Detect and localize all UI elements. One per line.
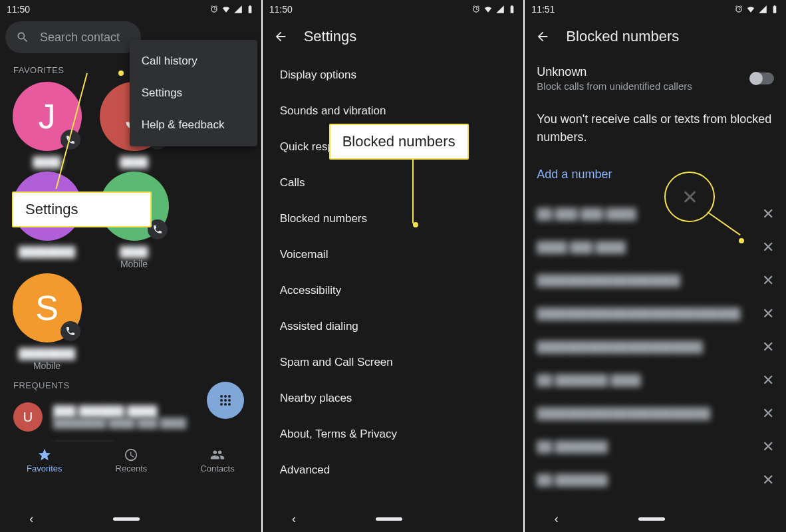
callout-dot: [118, 70, 124, 76]
bottom-tabs: Favorites Recents Contacts: [0, 442, 261, 479]
nav-back-icon[interactable]: ‹: [555, 512, 559, 526]
signal-icon: [495, 5, 505, 14]
app-header: Settings: [263, 19, 524, 55]
status-bar: 11:51: [525, 0, 786, 19]
back-arrow-icon[interactable]: [535, 29, 550, 44]
remove-icon[interactable]: ✕: [762, 372, 774, 389]
alarm-icon: [209, 5, 219, 14]
nav-home-pill[interactable]: [638, 517, 665, 521]
search-icon: [16, 31, 29, 44]
tab-recents[interactable]: Recents: [116, 448, 148, 473]
status-icons: [471, 5, 517, 14]
nav-bar: ‹: [525, 505, 786, 532]
info-text: You won't receive calls or texts from bl…: [525, 102, 786, 152]
page-title: Settings: [304, 28, 357, 45]
blocked-row: ███████████████████✕: [525, 264, 786, 297]
wifi-icon: [483, 5, 493, 14]
alarm-icon: [471, 5, 481, 14]
nav-bar: ‹: [0, 505, 261, 532]
blocked-row: ████ ███ ████✕: [525, 231, 786, 264]
remove-icon[interactable]: ✕: [762, 471, 774, 489]
settings-list: Display options Sounds and vibration Qui…: [263, 55, 524, 491]
wifi-icon: [746, 5, 755, 14]
callout-line: [412, 158, 414, 223]
phone-screen-3: 11:51 Blocked numbers Unknown Block call…: [525, 0, 786, 532]
settings-item-voicemail[interactable]: Voicemail: [263, 237, 524, 273]
callout-blocked-numbers: Blocked numbers: [329, 124, 469, 160]
phone-badge-icon: [61, 321, 80, 341]
remove-icon[interactable]: ✕: [762, 272, 774, 289]
svg-point-2: [228, 395, 231, 398]
callout-settings: Settings: [12, 192, 152, 227]
blocked-row: ██████████████████████✕: [525, 331, 786, 364]
clock: 11:50: [7, 4, 30, 15]
callout-dot: [413, 222, 418, 227]
back-arrow-icon[interactable]: [273, 29, 288, 44]
unknown-toggle-row: Unknown Block calls from unidentified ca…: [525, 55, 786, 102]
favorite-contact[interactable]: S ████████ Mobile: [5, 273, 88, 371]
svg-point-0: [220, 395, 223, 398]
remove-icon[interactable]: ✕: [762, 205, 774, 223]
blocked-row: ██ ███ ███ ████✕: [525, 198, 786, 231]
unknown-switch[interactable]: [750, 72, 774, 84]
search-placeholder: Search contact: [40, 31, 120, 45]
svg-point-6: [220, 403, 223, 406]
menu-settings[interactable]: Settings: [130, 77, 257, 109]
phone-screen-1: 11:50 Search contact Call history Settin…: [0, 0, 261, 532]
status-icons: [209, 5, 255, 14]
svg-point-4: [224, 399, 227, 402]
settings-item-blocked[interactable]: Blocked numbers: [263, 201, 524, 237]
close-icon: ✕: [682, 186, 698, 209]
remove-icon[interactable]: ✕: [762, 405, 774, 422]
nav-home-pill[interactable]: [376, 517, 402, 521]
unknown-subtitle: Block calls from unidentified callers: [537, 80, 692, 92]
settings-item-advanced[interactable]: Advanced: [263, 452, 524, 488]
search-box[interactable]: Search contact: [5, 21, 141, 53]
battery-icon: [245, 5, 255, 14]
wifi-icon: [221, 5, 231, 14]
settings-item-calls[interactable]: Calls: [263, 165, 524, 201]
dialpad-fab[interactable]: [207, 382, 244, 419]
status-icons: [734, 5, 779, 14]
clock: 11:51: [531, 4, 555, 15]
nav-bar: ‹: [263, 505, 524, 532]
blocked-row: ███████████████████████████✕: [525, 297, 786, 331]
remove-icon[interactable]: ✕: [762, 305, 774, 323]
signal-icon: [758, 5, 767, 14]
settings-item-nearby[interactable]: Nearby places: [263, 380, 524, 416]
phone-screen-2: 11:50 Settings Display options Sounds an…: [263, 0, 524, 532]
alarm-icon: [734, 5, 743, 14]
battery-icon: [770, 5, 779, 14]
settings-item-spam[interactable]: Spam and Call Screen: [263, 344, 524, 380]
status-bar: 11:50: [0, 0, 261, 19]
remove-icon[interactable]: ✕: [762, 338, 774, 356]
dialpad-icon: [217, 392, 233, 408]
avatar: U: [13, 402, 43, 432]
add-number-button[interactable]: Add a number: [525, 152, 786, 198]
tab-favorites[interactable]: Favorites: [27, 448, 62, 473]
blocked-row: ██ ███████✕: [525, 430, 786, 464]
nav-back-icon[interactable]: ‹: [292, 512, 296, 526]
nav-back-icon[interactable]: ‹: [29, 512, 33, 526]
remove-icon[interactable]: ✕: [762, 239, 774, 256]
favorite-contact[interactable]: J ████: [5, 82, 88, 168]
avatar: J: [13, 82, 82, 151]
menu-call-history[interactable]: Call history: [130, 45, 257, 77]
remove-icon[interactable]: ✕: [762, 438, 774, 456]
blocked-row: ██ ███████✕: [525, 464, 786, 497]
page-title: Blocked numbers: [566, 28, 679, 45]
nav-home-pill[interactable]: [113, 517, 140, 521]
settings-item-about[interactable]: About, Terms & Privacy: [263, 416, 524, 452]
clock: 11:50: [269, 4, 293, 15]
settings-item-assisted[interactable]: Assisted dialing: [263, 309, 524, 344]
svg-point-7: [224, 403, 227, 406]
settings-item-accessibility[interactable]: Accessibility: [263, 273, 524, 309]
settings-item-display[interactable]: Display options: [263, 57, 524, 93]
callout-close-circle: ✕: [664, 172, 715, 222]
status-bar: 11:50: [263, 0, 524, 19]
menu-help[interactable]: Help & feedback: [130, 109, 257, 141]
tab-contacts[interactable]: Contacts: [200, 448, 234, 473]
blocked-row: ██ ███████ ████✕: [525, 364, 786, 397]
battery-icon: [507, 5, 517, 14]
svg-point-3: [220, 399, 223, 402]
